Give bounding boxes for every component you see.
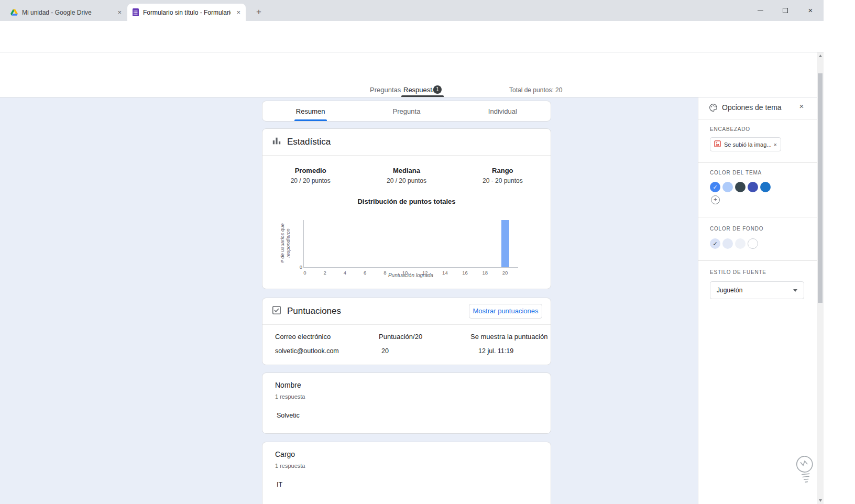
- browser-toolbar: ← → ↻ docs.google.com/forms/d/1pi0aiHClc…: [0, 21, 824, 41]
- divider: [698, 260, 817, 261]
- theme-color-swatch-2[interactable]: [735, 182, 746, 192]
- metric-rango: Rango 20 - 20 puntos: [455, 167, 551, 184]
- theme-options-panel: Opciones de tema × ENCABEZADO Se subió l…: [698, 97, 817, 504]
- section-color-fondo: COLOR DE FONDO: [710, 226, 763, 232]
- tab-preguntas[interactable]: Preguntas: [370, 86, 401, 94]
- question-title: Cargo: [275, 450, 295, 458]
- section-color-tema: COLOR DEL TEMA: [710, 170, 762, 176]
- browser-tab-forms[interactable]: Formulario sin título - Formulario ×: [127, 4, 246, 21]
- check-icon: ✓: [712, 241, 717, 247]
- tab-individual[interactable]: Individual: [455, 101, 551, 121]
- tab-pregunta[interactable]: Pregunta: [358, 101, 454, 121]
- bookmarks-bar: Aplicaciones: [0, 41, 824, 52]
- statistics-title: Estadística: [287, 137, 331, 147]
- check-square-icon: [272, 305, 281, 317]
- scroll-up-button[interactable]: [817, 52, 824, 59]
- metric-value: 20 / 20 puntos: [358, 177, 454, 184]
- background-color-swatch-2[interactable]: [735, 238, 746, 249]
- active-tab-underline: [401, 95, 444, 97]
- tab-individual-label: Individual: [488, 107, 517, 115]
- forms-header: Formulario sin título ☆ Se guardaron tod…: [0, 52, 824, 84]
- metric-value: 20 - 20 puntos: [455, 177, 551, 184]
- tab-resumen[interactable]: Resumen: [262, 101, 358, 121]
- window-maximize-button[interactable]: [773, 0, 797, 20]
- chevron-down-icon: [793, 289, 797, 292]
- divider: [698, 162, 817, 163]
- background-color-swatch-0[interactable]: ✓: [710, 238, 720, 249]
- add-custom-color-button[interactable]: +: [711, 195, 720, 204]
- google-drive-icon: [10, 9, 18, 16]
- browser-tab-drive[interactable]: Mi unidad - Google Drive ×: [5, 4, 127, 21]
- bar-chart-icon: [272, 136, 281, 148]
- metric-label: Rango: [455, 167, 551, 174]
- font-style-value: Juguetón: [717, 287, 793, 294]
- metric-mediana: Mediana 20 / 20 puntos: [358, 167, 454, 184]
- theme-color-swatch-0[interactable]: ✓: [710, 182, 720, 192]
- theme-color-swatch-1[interactable]: [722, 182, 733, 192]
- metrics-row: Promedio 20 / 20 puntos Mediana 20 / 20 …: [262, 167, 551, 184]
- window-close-button[interactable]: ×: [798, 0, 823, 20]
- background-color-swatch-1[interactable]: [722, 238, 733, 249]
- chart-bar: [501, 220, 509, 267]
- cell-email[interactable]: solvetic@outlook.com: [275, 347, 339, 355]
- metric-label: Mediana: [358, 167, 454, 174]
- google-forms-icon: [133, 8, 139, 16]
- close-panel-icon[interactable]: ×: [797, 102, 806, 111]
- cell-score: 20: [381, 347, 389, 355]
- summary-tabs-card: Resumen Pregunta Individual: [262, 101, 551, 122]
- responses-count-badge: 1: [433, 85, 442, 94]
- cell-shown: 12 jul. 11:19: [478, 347, 513, 355]
- metric-label: Promedio: [262, 167, 358, 174]
- section-encabezado: ENCABEZADO: [710, 126, 750, 132]
- scores-card: Puntuaciones Mostrar puntuaciones Correo…: [262, 298, 551, 365]
- background-color-swatch-3[interactable]: [748, 238, 758, 249]
- new-tab-button[interactable]: +: [253, 6, 265, 18]
- palette-icon: [709, 103, 718, 112]
- minimize-icon: [758, 10, 763, 10]
- close-tab-icon[interactable]: ×: [235, 8, 242, 16]
- scrollbar-thumb[interactable]: [818, 73, 823, 303]
- tab-title: Formulario sin título - Formulario: [143, 9, 231, 16]
- header-image-chip[interactable]: Se subió la imag... ×: [710, 137, 781, 151]
- lightbulb-sketch: [790, 451, 821, 489]
- total-points-label: Total de puntos: 20: [509, 86, 562, 94]
- theme-color-swatch-4[interactable]: [760, 182, 771, 192]
- question-card-cargo: Cargo 1 respuesta IT: [262, 442, 551, 504]
- browser-window: Mi unidad - Google Drive × Formulario si…: [0, 0, 824, 504]
- chart-title: Distribución de puntos totales: [262, 198, 551, 205]
- theme-color-swatch-3[interactable]: [748, 182, 758, 192]
- metric-value: 20 / 20 puntos: [262, 177, 358, 184]
- scores-title: Puntuaciones: [287, 306, 341, 316]
- browser-tab-strip: Mi unidad - Google Drive × Formulario si…: [0, 0, 824, 21]
- divider: [698, 217, 817, 217]
- chart-y-axis-label: # de usuarios que respondieron: [279, 218, 292, 268]
- question-answer: Solvetic: [277, 412, 300, 419]
- y-tick-label: 0: [295, 264, 302, 270]
- tab-title: Mi unidad - Google Drive: [22, 9, 112, 16]
- close-tab-icon[interactable]: ×: [116, 8, 123, 16]
- tab-pregunta-label: Pregunta: [393, 107, 421, 115]
- form-tabs: Preguntas Respuestas 1 Total de puntos: …: [0, 84, 824, 97]
- image-icon: [714, 140, 721, 149]
- background-color-row: ✓: [710, 238, 758, 249]
- maximize-icon: [783, 8, 788, 13]
- metric-promedio: Promedio 20 / 20 puntos: [262, 167, 358, 184]
- question-card-nombre: Nombre 1 respuesta Solvetic: [262, 372, 551, 434]
- column-header-email: Correo electrónico: [275, 333, 331, 341]
- chart-x-axis-label: Puntuación lograda: [303, 272, 518, 278]
- question-response-count: 1 respuesta: [275, 393, 305, 400]
- remove-image-icon[interactable]: ×: [774, 141, 777, 148]
- question-title: Nombre: [275, 381, 301, 389]
- show-scores-button[interactable]: Mostrar puntuaciones: [469, 304, 542, 319]
- check-icon: ✓: [712, 184, 717, 190]
- tab-resumen-label: Resumen: [296, 107, 325, 115]
- window-minimize-button[interactable]: [748, 0, 772, 20]
- theme-color-row: ✓: [710, 182, 771, 192]
- column-header-score: Puntuación/20: [379, 333, 422, 341]
- scroll-down-button[interactable]: [817, 497, 824, 504]
- page-scrollbar[interactable]: [817, 52, 824, 504]
- column-header-shown: Se muestra la puntuación: [470, 333, 547, 341]
- font-style-dropdown[interactable]: Juguetón: [710, 281, 804, 299]
- section-estilo-fuente: ESTILO DE FUENTE: [710, 269, 766, 275]
- resumen-underline: [294, 119, 327, 121]
